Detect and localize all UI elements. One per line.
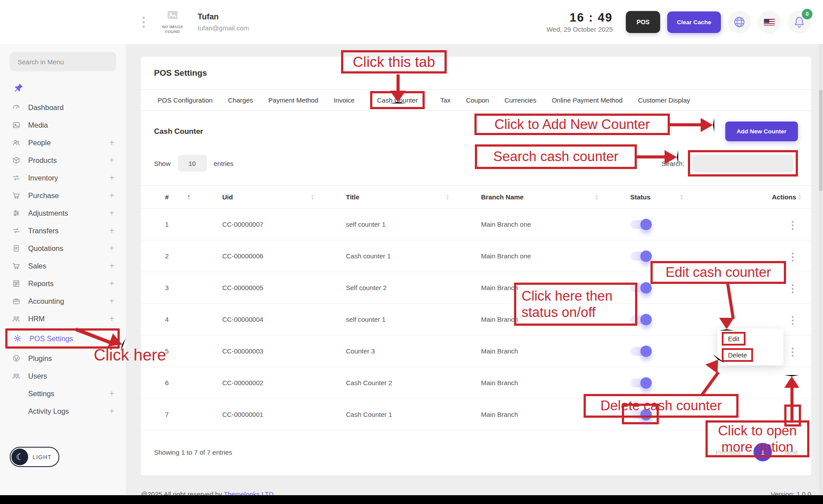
sidebar-item-label: Products: [28, 156, 57, 165]
pagination-page-1[interactable]: 1: [753, 443, 772, 461]
tab-invoice[interactable]: Invoice: [334, 96, 355, 104]
tab-payment-method[interactable]: Payment Method: [268, 96, 318, 104]
sidebar-item-sales[interactable]: Sales+: [0, 257, 126, 275]
tab-tax[interactable]: Tax: [440, 96, 450, 104]
status-toggle[interactable]: [630, 410, 650, 419]
expand-plus-icon[interactable]: +: [109, 138, 114, 148]
sidebar-item-plugins[interactable]: Plugins: [0, 349, 126, 367]
add-new-counter-button[interactable]: Add New Counter: [725, 121, 798, 141]
pagination-previous[interactable]: Previous: [716, 449, 741, 456]
entries-label: entries: [214, 160, 234, 167]
pos-button[interactable]: POS: [626, 11, 660, 33]
toggle-knob: [640, 282, 652, 294]
expand-plus-icon[interactable]: +: [109, 261, 114, 271]
expand-plus-icon[interactable]: +: [109, 226, 114, 236]
column-header-uid[interactable]: Uid▲▼: [200, 186, 324, 209]
status-toggle[interactable]: [630, 283, 650, 292]
table-row: 6CC-00000002Cash Counter 2Main Branch: [141, 367, 811, 399]
cell-branch: Main Branch: [459, 304, 608, 335]
moon-icon: ☾: [11, 449, 28, 465]
theme-toggle[interactable]: ☾ LIGHT: [10, 447, 59, 467]
column-header-actions[interactable]: Actions▲▼: [693, 186, 811, 209]
expand-plus-icon[interactable]: +: [109, 155, 114, 166]
clear-cache-button[interactable]: Clear Cache: [667, 11, 721, 33]
sidebar-item-hrm[interactable]: HRM+: [0, 310, 126, 327]
notifications-button[interactable]: 0: [788, 11, 811, 33]
pin-icon[interactable]: [13, 83, 24, 93]
expand-plus-icon[interactable]: +: [109, 406, 114, 416]
expand-plus-icon[interactable]: +: [109, 389, 114, 399]
column-header-title[interactable]: Title▲▼: [324, 186, 459, 209]
entries-select[interactable]: 10: [178, 155, 207, 172]
sidebar-item-purchase[interactable]: Purchase+: [0, 187, 126, 204]
pagination-next[interactable]: Next: [784, 449, 798, 456]
tab-customer-display[interactable]: Customer Display: [638, 96, 690, 104]
sidebar-item-label: Activity Logs: [28, 407, 69, 416]
sidebar-item-reports[interactable]: Reports+: [0, 275, 126, 292]
language-globe-button[interactable]: [728, 11, 751, 33]
show-label: Show: [154, 160, 171, 167]
expand-plus-icon[interactable]: +: [109, 279, 114, 289]
sidebar-item-people[interactable]: People+: [0, 134, 126, 151]
row-actions-button[interactable]: [789, 377, 796, 390]
sidebar-item-dashboard[interactable]: Dashboard: [0, 99, 126, 116]
sidebar-item-products[interactable]: Products+: [0, 151, 126, 169]
sidebar-item-label: Users: [28, 372, 47, 380]
scrollbar[interactable]: [819, 44, 823, 495]
status-toggle[interactable]: [630, 220, 650, 229]
tab-cash-counter[interactable]: Cash Counter: [377, 96, 418, 104]
status-toggle[interactable]: [630, 252, 650, 261]
bottom-strip: [0, 495, 823, 504]
sidebar-item-activity-logs[interactable]: Activity Logs+: [0, 402, 126, 420]
cash-counter-tab-highlight: Cash Counter: [370, 91, 425, 109]
table-row: 3CC-00000005Self counter 2Main Branch: [141, 272, 811, 304]
row-actions-button[interactable]: [789, 409, 796, 422]
row-actions-button[interactable]: [789, 282, 796, 295]
search-input[interactable]: [692, 155, 794, 172]
expand-plus-icon[interactable]: +: [109, 296, 114, 306]
tab-currencies[interactable]: Currencies: [504, 96, 536, 104]
menu-dots-icon[interactable]: [140, 14, 147, 30]
expand-plus-icon[interactable]: +: [109, 314, 114, 324]
sidebar-item-pos-settings[interactable]: POS Settings: [5, 328, 120, 349]
status-toggle[interactable]: [630, 347, 650, 356]
menu-item-edit[interactable]: Edit: [722, 332, 746, 346]
column-header-num[interactable]: #▲▼: [141, 186, 200, 209]
row-actions-button[interactable]: [789, 314, 796, 327]
sidebar-item-label: Transfers: [28, 227, 59, 235]
sidebar-item-media[interactable]: Media: [0, 116, 126, 134]
column-header-status[interactable]: Status▲▼: [608, 186, 693, 209]
cell-status: [608, 367, 693, 399]
notification-badge: 0: [802, 9, 812, 19]
pos-settings-card: POS Settings POS ConfigurationChargesPay…: [141, 57, 811, 475]
tab-online-payment-method[interactable]: Online Payment Method: [552, 96, 623, 104]
sidebar-item-adjustments[interactable]: Adjustments+: [0, 204, 126, 222]
swap-icon: [11, 226, 21, 235]
cell-uid: CC-00000006: [200, 240, 324, 272]
row-actions-button[interactable]: [789, 346, 796, 359]
sidebar-item-accounting[interactable]: Accounting+: [0, 292, 126, 310]
tab-charges[interactable]: Charges: [228, 96, 253, 104]
expand-plus-icon[interactable]: +: [109, 208, 114, 218]
row-actions-button[interactable]: [789, 250, 796, 264]
sidebar-item-label: Accounting: [28, 297, 64, 305]
column-header-branch[interactable]: Branch Name▲▼: [459, 186, 608, 209]
sidebar-search-input[interactable]: [10, 58, 116, 66]
locale-flag-button[interactable]: [758, 11, 781, 33]
sort-icon: ▲▼: [798, 194, 801, 200]
row-actions-button[interactable]: [789, 219, 796, 232]
expand-plus-icon[interactable]: +: [109, 191, 114, 201]
sidebar-item-users[interactable]: Users: [0, 367, 126, 385]
menu-item-delete[interactable]: Delete: [722, 348, 753, 362]
sidebar-item-settings[interactable]: Settings+: [0, 385, 126, 402]
tab-coupon[interactable]: Coupon: [466, 96, 489, 104]
status-toggle[interactable]: [630, 379, 650, 387]
sidebar-item-quotations[interactable]: Quotations+: [0, 239, 126, 257]
status-toggle[interactable]: [630, 315, 650, 324]
doc-icon: [11, 244, 21, 253]
tab-pos-configuration[interactable]: POS Configuration: [158, 96, 213, 104]
expand-plus-icon[interactable]: +: [109, 173, 114, 183]
sidebar-item-inventory[interactable]: Inventory+: [0, 169, 126, 187]
expand-plus-icon[interactable]: +: [109, 243, 114, 254]
sidebar-item-transfers[interactable]: Transfers+: [0, 222, 126, 239]
